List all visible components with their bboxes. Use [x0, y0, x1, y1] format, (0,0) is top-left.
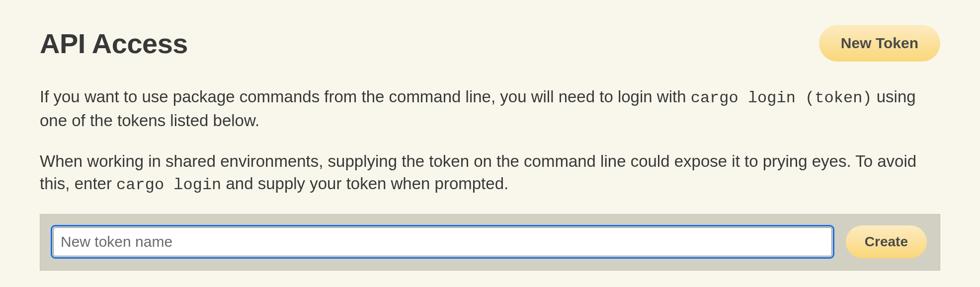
desc2-code: cargo login — [116, 176, 221, 194]
api-access-section: API Access New Token If you want to use … — [0, 0, 980, 287]
new-token-form: Create — [40, 214, 940, 271]
section-title: API Access — [40, 27, 188, 60]
desc1-code: cargo login (token) — [691, 89, 872, 107]
description-paragraph-1: If you want to use package commands from… — [40, 85, 940, 132]
description-paragraph-2: When working in shared environments, sup… — [40, 150, 940, 197]
section-header-row: API Access New Token — [40, 25, 940, 62]
desc2-text-b: and supply your token when prompted. — [221, 174, 508, 193]
new-token-button[interactable]: New Token — [819, 25, 940, 62]
create-token-button[interactable]: Create — [846, 225, 927, 258]
desc1-text-a: If you want to use package commands from… — [40, 87, 691, 106]
token-name-input[interactable] — [53, 227, 832, 256]
